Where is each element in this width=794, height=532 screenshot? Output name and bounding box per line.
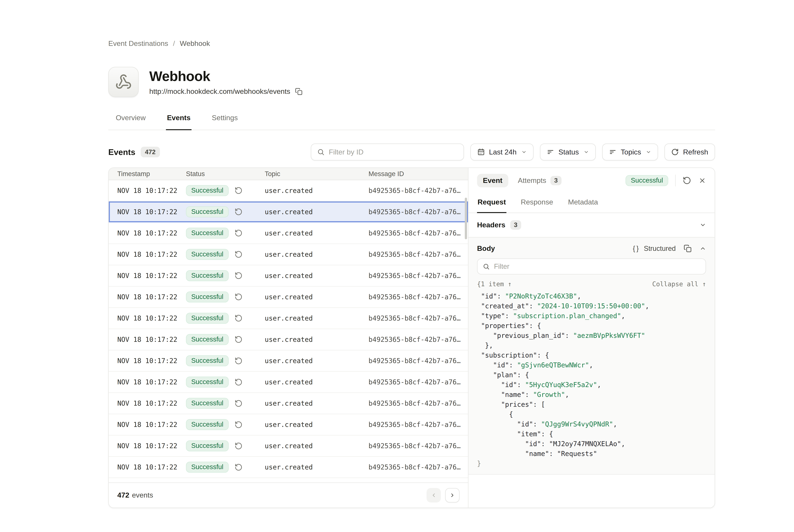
breadcrumb-current: Webhook — [180, 39, 210, 48]
chevron-down-icon — [700, 222, 706, 228]
table-row[interactable]: NOV 18 10:17:22 Successful user.created … — [109, 287, 468, 308]
json-line: { — [477, 410, 706, 419]
json-line: "prices": [ — [477, 400, 706, 410]
row-timestamp: NOV 18 10:17:22 — [109, 187, 186, 194]
tab-events[interactable]: Events — [166, 111, 192, 130]
copy-body-button[interactable] — [684, 245, 692, 252]
retry-icon[interactable] — [234, 442, 243, 450]
row-message-id: b4925365-b8cf-42b7-a76… — [368, 378, 468, 386]
status-badge: Successful — [186, 270, 229, 281]
table-row[interactable]: NOV 18 10:17:22 Successful user.created … — [109, 350, 468, 372]
row-message-id: b4925365-b8cf-42b7-a76… — [368, 357, 468, 365]
table-row[interactable]: NOV 18 10:17:22 Successful user.created … — [109, 436, 468, 457]
attempts-count-badge: 3 — [550, 176, 561, 185]
row-timestamp: NOV 18 10:17:22 — [109, 357, 186, 365]
row-message-id: b4925365-b8cf-42b7-a76… — [368, 463, 468, 471]
events-table: Timestamp Status Topic Message ID NOV 18… — [109, 168, 468, 508]
events-toolbar: Events 472 Last 24h — [108, 144, 715, 160]
retry-icon[interactable] — [234, 187, 243, 194]
retry-icon[interactable] — [234, 399, 243, 407]
page-title: Webhook — [149, 68, 303, 84]
retry-icon[interactable] — [234, 357, 243, 365]
status-badge: Successful — [186, 377, 229, 387]
next-page-button[interactable] — [445, 488, 459, 502]
table-row[interactable]: NOV 18 10:17:22 Successful user.created … — [109, 393, 468, 414]
tab-event[interactable]: Event — [477, 174, 508, 188]
json-body: "id": "P2NoRtyZoTc46X3B", "created_at": … — [477, 291, 706, 469]
status-badge: Successful — [186, 334, 229, 345]
collapse-body-button[interactable] — [700, 245, 706, 252]
row-topic: user.created — [265, 250, 368, 258]
items-open-indicator[interactable]: {1 item ↑ — [477, 280, 512, 288]
table-row[interactable]: NOV 18 10:17:22 Successful user.created … — [109, 180, 468, 202]
table-row[interactable]: NOV 18 10:17:22 Successful user.created … — [109, 202, 468, 223]
table-scrollbar[interactable] — [465, 198, 467, 239]
table-row[interactable]: NOV 18 10:17:22 Successful user.created … — [109, 457, 468, 478]
table-row[interactable]: NOV 18 10:17:22 Successful user.created … — [109, 329, 468, 350]
status-filter-button[interactable]: Status — [540, 144, 596, 160]
breadcrumb-section[interactable]: Event Destinations — [108, 39, 168, 48]
row-topic: user.created — [265, 293, 368, 301]
body-label: Body — [477, 244, 495, 252]
prev-page-button[interactable] — [427, 488, 441, 502]
refresh-button[interactable]: Refresh — [664, 144, 715, 160]
table-row[interactable]: NOV 18 10:17:22 Successful user.created … — [109, 244, 468, 265]
chevron-down-icon — [646, 149, 651, 155]
tab-settings[interactable]: Settings — [211, 111, 239, 130]
json-line: "name": "Requests" — [477, 449, 706, 459]
calendar-icon — [477, 148, 485, 156]
copy-url-button[interactable] — [295, 88, 303, 95]
retry-icon[interactable] — [234, 293, 243, 301]
table-row[interactable]: NOV 18 10:17:22 Successful user.created … — [109, 372, 468, 393]
headers-section-toggle[interactable]: Headers 3 — [469, 213, 715, 238]
body-filter-input[interactable] — [494, 263, 700, 270]
row-timestamp: NOV 18 10:17:22 — [109, 463, 186, 471]
time-range-button[interactable]: Last 24h — [470, 144, 533, 160]
retry-icon[interactable] — [234, 463, 243, 471]
tab-overview[interactable]: Overview — [115, 111, 147, 130]
retry-icon[interactable] — [234, 208, 243, 216]
tab-metadata[interactable]: Metadata — [568, 196, 599, 213]
row-topic: user.created — [265, 463, 368, 471]
status-badge: Successful — [186, 228, 229, 239]
json-line: "id": "MJ2oy747MNQXELAo", — [477, 439, 706, 449]
topics-filter-label: Topics — [621, 148, 641, 156]
table-row[interactable]: NOV 18 10:17:22 Successful user.created … — [109, 265, 468, 287]
tab-response[interactable]: Response — [520, 196, 553, 213]
json-line: "id": "QJgg9WrS4vyQPNdR", — [477, 419, 706, 429]
retry-icon[interactable] — [234, 250, 243, 258]
row-timestamp: NOV 18 10:17:22 — [109, 378, 186, 386]
webhook-icon — [115, 74, 132, 90]
retry-event-button[interactable] — [683, 176, 691, 185]
row-topic: user.created — [265, 187, 368, 194]
retry-icon[interactable] — [234, 229, 243, 237]
collapse-all-button[interactable]: Collapse all ↑ — [652, 280, 706, 288]
tab-attempts[interactable]: Attempts 3 — [518, 176, 562, 185]
row-topic: user.created — [265, 229, 368, 237]
structured-toggle[interactable]: {} Structured — [633, 245, 676, 252]
tab-request[interactable]: Request — [477, 196, 506, 213]
row-message-id: b4925365-b8cf-42b7-a76… — [368, 208, 468, 216]
retry-icon[interactable] — [234, 336, 243, 343]
status-badge: Successful — [186, 355, 229, 366]
retry-icon[interactable] — [234, 314, 243, 322]
chevron-right-icon — [449, 492, 455, 498]
filter-by-id-input[interactable] — [329, 148, 458, 156]
table-row[interactable]: NOV 18 10:17:22 Successful user.created … — [109, 414, 468, 436]
json-line: "name": "Growth", — [477, 390, 706, 400]
table-row[interactable]: NOV 18 10:17:22 Successful user.created … — [109, 223, 468, 244]
close-panel-button[interactable] — [699, 177, 706, 184]
webhook-url: http://mock.hookdeck.com/webhooks/events — [149, 87, 290, 96]
breadcrumb: Event Destinations / Webhook — [108, 39, 715, 48]
topics-filter-button[interactable]: Topics — [602, 144, 658, 160]
retry-icon[interactable] — [234, 272, 243, 280]
retry-icon[interactable] — [234, 421, 243, 429]
table-row[interactable]: NOV 18 10:17:22 Successful user.created … — [109, 308, 468, 329]
row-timestamp: NOV 18 10:17:22 — [109, 314, 186, 322]
retry-icon[interactable] — [234, 378, 243, 386]
row-topic: user.created — [265, 357, 368, 365]
structured-label: Structured — [644, 245, 676, 252]
table-row[interactable]: NOV 18 10:17:22 Successful user.created … — [109, 478, 468, 482]
footer-count: 472 — [117, 491, 129, 499]
row-timestamp: NOV 18 10:17:22 — [109, 250, 186, 258]
